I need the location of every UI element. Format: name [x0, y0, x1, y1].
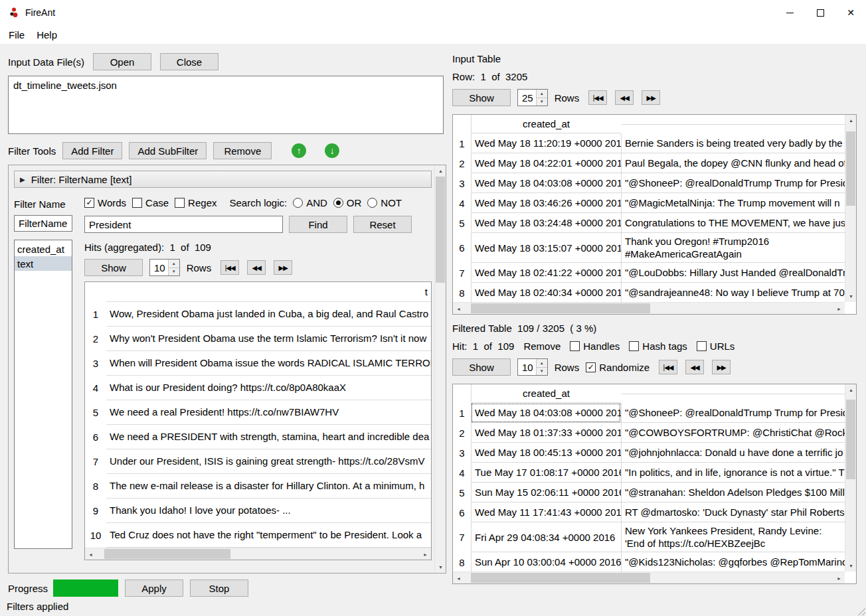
case-checkbox[interactable]: Case	[132, 197, 169, 208]
scrollbar-thumb[interactable]	[104, 549, 230, 559]
result-row[interactable]: 9Thank you Idaho! I love your potatoes- …	[85, 499, 431, 523]
table-row[interactable]: 1Wed May 18 11:20:19 +0000 2016Bernie Sa…	[453, 133, 845, 153]
input-table-rows-stepper[interactable]: 25 ▲ ▼	[517, 89, 548, 106]
prev-page-button[interactable]: ◀◀	[247, 260, 266, 275]
cell-text[interactable]: "@MagicMetalNinja: The Trump movement wi…	[621, 193, 845, 213]
scrollbar-thumb[interactable]	[846, 400, 855, 479]
row-number[interactable]: 2	[453, 158, 471, 169]
cell-created-at[interactable]: Fri Apr 29 04:08:34 +0000 2016	[471, 522, 621, 552]
result-row[interactable]: 10Ted Cruz does not have the right "temp…	[85, 523, 431, 548]
close-button[interactable]: ✕	[835, 0, 866, 25]
scrollbar-thumb[interactable]	[436, 177, 445, 283]
result-row[interactable]: 5We need a real President! https://t.co/…	[85, 400, 431, 425]
row-number[interactable]: 7	[453, 532, 471, 543]
cell-created-at[interactable]: Wed May 18 02:40:34 +0000 2016	[471, 283, 621, 302]
cell-created-at[interactable]: Wed May 18 03:15:07 +0000 2016	[471, 233, 621, 263]
row-number[interactable]: 2	[85, 333, 106, 345]
scrollbar-track[interactable]	[845, 126, 856, 291]
filter-group-scrollbar[interactable]: ▲ ▼	[434, 165, 446, 573]
cell-text[interactable]: "@ShoneeP: @realDonaldTrump Trump for Pr…	[621, 403, 845, 423]
cell-created-at[interactable]: Wed May 18 01:37:33 +0000 2016	[471, 423, 621, 443]
filter-rows-stepper[interactable]: 10 ▲ ▼	[149, 259, 180, 276]
cell-created-at[interactable]: Wed May 18 00:45:13 +0000 2016	[471, 443, 621, 463]
text-column-header[interactable]	[621, 394, 845, 394]
row-number[interactable]: 6	[85, 431, 106, 443]
row-number[interactable]: 4	[453, 467, 471, 479]
table-row[interactable]: 2Wed May 18 04:22:01 +0000 2016Paul Bega…	[453, 153, 845, 173]
filter-collapse-header[interactable]: ▶ Filter: FilterName [text]	[14, 171, 432, 188]
next-page-button[interactable]: ▶▶	[712, 360, 731, 374]
table-row[interactable]: 3Wed May 18 00:45:13 +0000 2016"@johnjoh…	[453, 443, 845, 463]
scroll-up-icon[interactable]: ▲	[845, 115, 857, 126]
row-number[interactable]: 4	[453, 198, 471, 209]
cell-created-at[interactable]: Wed May 18 03:24:48 +0000 2016	[471, 213, 621, 233]
horizontal-scrollbar[interactable]: ◄ ►	[85, 548, 431, 560]
row-number[interactable]: 8	[453, 557, 471, 568]
scroll-right-icon[interactable]: ►	[833, 572, 845, 584]
scroll-up-icon[interactable]: ▲	[845, 384, 857, 396]
cell-text[interactable]: The new e-mail release is a disaster for…	[106, 474, 431, 499]
table-row[interactable]: 3Wed May 18 04:03:08 +0000 2016"@ShoneeP…	[453, 173, 845, 193]
reset-button[interactable]: Reset	[353, 216, 412, 233]
scrollbar-thumb[interactable]	[846, 131, 855, 206]
table-row[interactable]: 4Tue May 17 01:08:17 +0000 2016"In polit…	[453, 463, 845, 483]
row-number[interactable]: 6	[453, 507, 471, 518]
result-row[interactable]: 3When will President Obama issue the wor…	[85, 351, 431, 376]
scroll-down-icon[interactable]: ▼	[435, 562, 446, 573]
result-row[interactable]: 8The new e-mail release is a disaster fo…	[85, 474, 431, 499]
row-number[interactable]: 5	[453, 487, 471, 499]
row-number[interactable]: 3	[453, 178, 471, 189]
cell-text[interactable]: RT @dmartosko: 'Duck Dynasty' star Phil …	[621, 502, 845, 522]
filter-show-button[interactable]: Show	[84, 259, 143, 276]
regex-checkbox[interactable]: Regex	[175, 197, 217, 208]
move-filter-down-button[interactable]: ↓	[325, 143, 339, 158]
cell-text[interactable]: What is our President doing? https://t.c…	[106, 376, 431, 400]
row-number[interactable]: 1	[453, 408, 471, 419]
cell-text[interactable]: Paul Begala, the dopey @CNN flunky and h…	[621, 153, 845, 173]
scrollbar-track[interactable]	[845, 396, 856, 560]
scrollbar-track[interactable]	[435, 177, 446, 562]
text-column-header[interactable]: t	[106, 282, 431, 302]
table-row[interactable]: 8Wed May 18 02:40:34 +0000 2016"@sandraj…	[453, 283, 845, 302]
spin-up-icon[interactable]: ▲	[169, 260, 179, 268]
input-table-show-button[interactable]: Show	[452, 89, 511, 106]
menu-file[interactable]: File	[3, 27, 31, 43]
input-file-list[interactable]: dt_timeline_tweets.json	[8, 76, 444, 134]
result-row[interactable]: 4What is our President doing? https://t.…	[85, 376, 431, 400]
cell-text[interactable]: Wow, President Obama just landed in Cuba…	[106, 302, 431, 327]
next-page-button[interactable]: ▶▶	[642, 90, 660, 105]
row-number[interactable]: 9	[85, 505, 106, 516]
hashtags-checkbox[interactable]: Hash tags	[629, 341, 687, 352]
cell-created-at[interactable]: Wed May 18 02:41:22 +0000 2016	[471, 263, 621, 283]
row-number[interactable]: 6	[453, 242, 471, 254]
not-radio[interactable]: NOT	[367, 197, 402, 208]
table-row[interactable]: 5Sun May 15 02:06:11 +0000 2016"@stranah…	[453, 483, 845, 502]
row-number[interactable]: 10	[85, 530, 106, 541]
cell-text[interactable]: "@stranahan: Sheldon Adelson Pledges $10…	[621, 483, 845, 502]
field-item-created-at[interactable]: created_at	[15, 242, 72, 256]
horizontal-scrollbar[interactable]: ◄ ►	[453, 302, 845, 314]
table-row[interactable]: 2Wed May 18 01:37:33 +0000 2016"@COWBOYS…	[453, 423, 845, 443]
move-filter-up-button[interactable]: ↑	[292, 143, 306, 158]
scroll-down-icon[interactable]: ▼	[845, 291, 857, 302]
add-subfilter-button[interactable]: Add SubFilter	[129, 142, 207, 159]
minimize-button[interactable]	[774, 0, 805, 25]
table-row[interactable]: 6Wed May 11 17:41:43 +0000 2016RT @dmart…	[453, 502, 845, 522]
cell-created-at[interactable]: Wed May 18 04:03:08 +0000 2016	[471, 173, 621, 193]
and-radio[interactable]: AND	[293, 197, 327, 208]
cell-text[interactable]: "@COWBOYSFORTRUMP: @ChristiChat @Rockpri…	[621, 423, 845, 443]
stop-button[interactable]: Stop	[190, 579, 248, 597]
result-row[interactable]: 7Under our President, ISIS is gaining gr…	[85, 449, 431, 474]
row-number[interactable]: 5	[453, 218, 471, 229]
cell-created-at[interactable]: Wed May 18 03:46:26 +0000 2016	[471, 193, 621, 213]
close-files-button[interactable]: Close	[160, 53, 218, 70]
cell-text[interactable]: We need a PRESIDENT with strength, stami…	[106, 425, 431, 449]
cell-text[interactable]: Congratulations to THE MOVEMENT, we have…	[621, 213, 845, 233]
table-row[interactable]: 5Wed May 18 03:24:48 +0000 2016Congratul…	[453, 213, 845, 233]
row-number[interactable]: 8	[85, 481, 106, 492]
cell-text[interactable]: We need a real President! https://t.co/n…	[106, 400, 431, 425]
filter-name-input[interactable]	[14, 215, 72, 232]
scrollbar-thumb[interactable]	[471, 573, 650, 583]
scrollbar-track[interactable]	[464, 572, 833, 583]
cell-text[interactable]: Ted Cruz does not have the right "temper…	[106, 523, 431, 548]
